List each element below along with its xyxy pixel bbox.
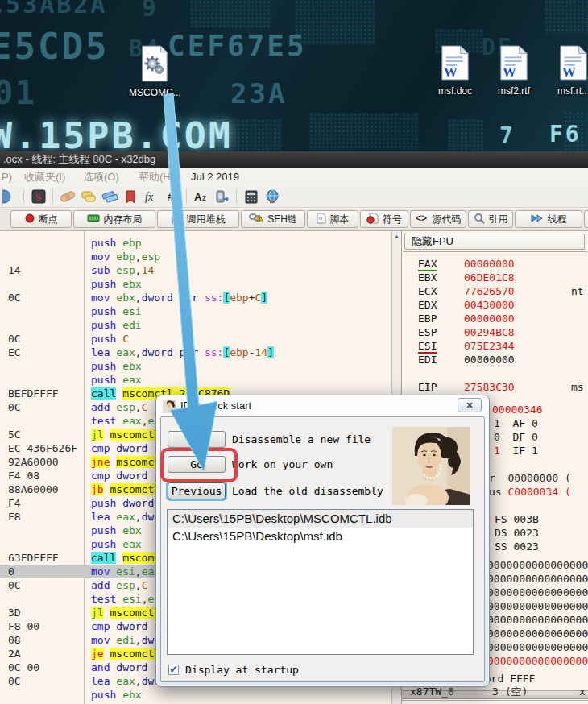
disasm-instruction: mov ebx,dword ptr ss:[ebp+C] — [91, 291, 267, 304]
tab-label: 脚本 — [330, 213, 350, 226]
disasm-row[interactable]: push ebp — [0, 236, 391, 250]
desktop-bg-text: E5CD5 — [0, 26, 109, 67]
tab-source[interactable]: <>源代码 — [410, 210, 466, 228]
phone-icon[interactable] — [213, 188, 230, 205]
register-row-ecx[interactable]: ECX 77626570nt — [418, 284, 449, 298]
word-file-icon: W — [558, 45, 588, 84]
disasm-instruction: push ebx — [91, 277, 142, 291]
disasm-row[interactable]: push ebx — [0, 688, 391, 702]
register-row-esp[interactable]: ESP 00294BC8 — [418, 325, 449, 339]
desktop: C53AB2A9E5CD5B4CEF67E5DE0123AW.15PB.COM7… — [0, 0, 588, 151]
tab-script[interactable]: ‹›脚本 — [307, 210, 358, 228]
register-extra-line: r 00000000 ( — [489, 471, 571, 485]
register-extra-line: 0 DF 0 — [494, 430, 538, 444]
hide-fpu-button[interactable]: 隐藏FPU — [404, 234, 585, 250]
desktop-bg-text: W.15PB.COM — [0, 114, 233, 151]
close-icon[interactable]: ✕ — [458, 398, 482, 412]
new-button[interactable]: New — [168, 431, 226, 448]
desktop-icon-msfdoc[interactable]: Wmsf.doc — [429, 45, 481, 97]
register-row-edi[interactable]: EDI 00000000 — [418, 353, 449, 366]
svg-text:‹›: ‹› — [318, 216, 322, 222]
az-icon[interactable]: Az — [193, 188, 209, 205]
register-row-esi[interactable]: ESI 075E2344 — [418, 339, 449, 353]
tab-references[interactable]: 引用 — [468, 210, 513, 228]
previous-button[interactable]: Previous — [168, 482, 226, 499]
tab-callstack[interactable]: 调用堆栈 — [157, 210, 239, 228]
tab-handles[interactable]: 句柄 — [584, 210, 588, 228]
menu-item[interactable]: 收藏夹(I) — [24, 168, 65, 186]
disasm-instruction: lea eax,dword ptr ss:[ebp-14] — [91, 346, 274, 359]
recent-file-item[interactable]: C:\Users\15PB\Desktop\MSCOMCTL.idb — [168, 510, 473, 528]
disasm-row[interactable]: push ebx — [0, 359, 391, 373]
tab-breakpoint[interactable]: 断点 — [10, 210, 72, 228]
desktop-bg-block — [545, 0, 588, 34]
disasm-bytes-cell: BEFDFFFF — [0, 387, 83, 400]
svg-text:A: A — [194, 191, 202, 203]
disasm-row[interactable]: 0Cpush C — [0, 332, 391, 346]
menu-date: Jul 2 2019 — [191, 168, 239, 186]
bandage-icon[interactable] — [59, 188, 76, 205]
desktop-bg-block — [309, 113, 419, 150]
register-extra-line: SS 0023 — [495, 540, 539, 553]
tab-label: 源代码 — [433, 213, 462, 226]
display-at-startup-checkbox[interactable]: ✔ — [168, 665, 179, 675]
recent-files-list[interactable]: C:\Users\15PB\Desktop\MSCOMCTL.idbC:\Use… — [167, 509, 474, 655]
s-badge-icon[interactable]: S — [30, 188, 47, 205]
disasm-bytes-cell: EC 436F626F — [0, 441, 83, 455]
disasm-bytes-cell: 0C — [0, 291, 83, 304]
disasm-row[interactable]: push edi — [0, 318, 391, 332]
menu-item-clipped[interactable]: P) — [2, 168, 12, 186]
desktop-bg-text: 01 — [0, 74, 37, 111]
disasm-row[interactable]: push esi — [0, 304, 391, 318]
desktop-bg-text: C53AB2A — [0, 0, 107, 19]
disasm-row[interactable]: push ebx — [0, 277, 391, 291]
disasm-bytes-cell: 0C — [0, 332, 83, 346]
disasm-row[interactable]: EClea eax,dword ptr ss:[ebp-14] — [0, 346, 391, 359]
tab-symbols[interactable]: 符号 — [360, 210, 408, 228]
tab-threads[interactable]: 线程 — [515, 210, 582, 228]
desktop-bg-text: 9 — [142, 0, 159, 22]
register-extra-line: 3 (空) — [492, 685, 528, 698]
svg-text:S: S — [35, 191, 41, 203]
disasm-bytes-cell: F4 — [0, 496, 83, 510]
desktop-icon-msf2rtf[interactable]: Wmsf2.rtf — [488, 45, 540, 97]
annotation-highlight-rect — [160, 448, 238, 482]
desktop-icon-mscomc[interactable]: MSCOMC... — [129, 45, 180, 98]
clip-blue-icon[interactable] — [1, 188, 18, 205]
notes-icon[interactable] — [80, 188, 97, 205]
tab-label: SEH链 — [267, 213, 297, 226]
disasm-row[interactable]: mov ebp,esp — [0, 250, 391, 263]
disasm-row[interactable]: 0Cmov ebx,dword ptr ss:[ebp+C] — [0, 291, 391, 304]
register-row-eax[interactable]: EAX 00000000 — [418, 257, 449, 271]
disasm-bytes-cell: 0 — [0, 565, 83, 578]
disasm-instruction: push edi — [91, 318, 142, 332]
tags-icon[interactable] — [101, 188, 118, 205]
disasm-bytes-cell: 2A — [0, 647, 83, 661]
register-row-eip[interactable]: EIP 27583C30ms — [418, 380, 449, 394]
disasm-row[interactable]: 14sub esp,14 — [0, 263, 391, 277]
ribbon-icon[interactable] — [122, 188, 139, 205]
menu-item[interactable]: 选项(O) — [83, 168, 119, 186]
desktop-icon-msfrt[interactable]: Wmsf.rt... — [548, 45, 588, 97]
dialog-portrait-icon — [163, 400, 176, 413]
globe-icon[interactable] — [263, 188, 280, 205]
tab-memory[interactable]: 内存布局 — [73, 210, 155, 228]
window-titlebar[interactable]: .ocx - 线程: 主线程 80C - x32dbg — [0, 151, 588, 168]
register-row-edx[interactable]: EDX 00430000 — [418, 298, 449, 312]
fx-icon[interactable]: fx — [143, 188, 159, 205]
disasm-instruction: mov ebp,esp — [91, 250, 160, 263]
tab-seh[interactable]: !SEH链 — [241, 210, 305, 228]
disasm-bytes-cell: 63FDFFFF — [0, 551, 83, 565]
disasm-row[interactable]: push eax — [0, 373, 391, 387]
calculator-icon[interactable] — [242, 188, 259, 205]
register-row-ebp[interactable]: EBP 00000000 — [418, 312, 449, 325]
scrollbar-up-icon[interactable]: ▲ — [394, 234, 400, 239]
recent-file-item[interactable]: C:\Users\15PB\Desktop\msf.idb — [168, 528, 473, 545]
menu-item[interactable]: 帮助(H) — [139, 168, 174, 186]
toolbar: Sfx#Az — [0, 186, 588, 208]
hash-icon[interactable]: # — [164, 188, 180, 205]
register-row-ebx[interactable]: EBX 06DE01C8 — [418, 271, 449, 284]
breakpoint-icon — [25, 213, 35, 226]
svg-text:<>: <> — [416, 213, 427, 223]
desktop-bg-text: F6 — [549, 121, 582, 147]
